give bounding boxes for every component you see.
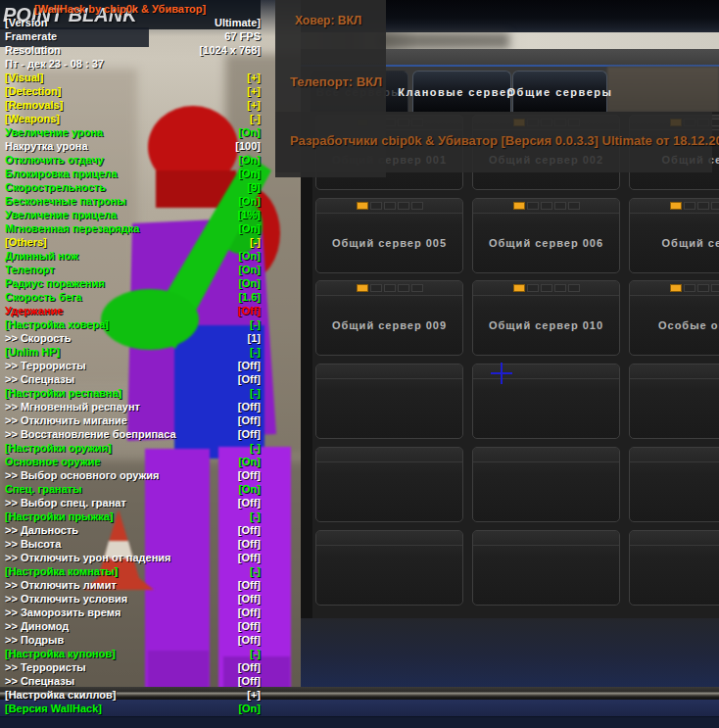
server-card-header — [316, 281, 462, 296]
menu-row-label: Framerate — [5, 29, 57, 43]
menu-row-value: [-] — [250, 345, 261, 359]
cheat-menu-row[interactable]: Framerate67 FPS — [5, 29, 261, 43]
cheat-menu-row[interactable]: >> Дальность[Off] — [5, 523, 261, 537]
cheat-menu-row[interactable]: >> Мгновенный респаунт[Off] — [5, 400, 261, 413]
cheat-menu-row[interactable]: [Настройка ховера][-] — [5, 317, 261, 331]
server-card[interactable]: Общий сервер 010 — [472, 280, 620, 356]
cheat-menu-row[interactable]: Скорострельность[9] — [5, 180, 261, 194]
menu-row-value: [+] — [247, 688, 261, 702]
cheat-menu-row[interactable]: [Detection][+] — [5, 84, 261, 98]
cheat-menu-row[interactable]: >> Отключить условия[Off] — [5, 592, 261, 606]
server-card[interactable] — [315, 530, 463, 606]
menu-row-value: [+] — [247, 84, 261, 98]
cheat-menu-row[interactable]: [VersionUltimate] — [5, 16, 261, 29]
cheat-menu-row[interactable]: Увеличение урона[On] — [5, 125, 261, 139]
cheat-menu-row[interactable]: >> Диномод[Off] — [5, 619, 261, 633]
menu-row-label: >> Террористы — [5, 660, 86, 674]
cheat-menu-row[interactable]: [Weapons][-] — [5, 112, 261, 125]
cheat-menu-row[interactable]: Накрутка урона[100] — [5, 139, 261, 153]
server-card[interactable]: Общий серве — [629, 198, 719, 273]
server-card[interactable]: Общий сервер 006 — [472, 198, 620, 273]
server-tab-3[interactable]: Общие серверы — [512, 71, 607, 112]
menu-row-value: [+] — [247, 98, 261, 112]
server-load-indicator — [670, 284, 719, 292]
cheat-menu-title[interactable]: [WallHack by cbip0k & Убиватор] — [5, 2, 261, 16]
server-card[interactable] — [315, 364, 463, 439]
cheat-menu-row[interactable]: [Настройка комнаты][-] — [5, 564, 261, 578]
cheat-menu-row[interactable]: Бесконечные патроны[On] — [5, 194, 261, 208]
cheat-menu-row[interactable]: >> Выбор основного оружия[Off] — [5, 468, 261, 482]
indicator-segment — [513, 284, 525, 292]
menu-row-label: >> Диномод — [5, 619, 69, 633]
server-card[interactable] — [629, 447, 719, 522]
cheat-menu-row[interactable]: >> Спецназы[Off] — [5, 674, 261, 688]
cheat-menu-row[interactable]: Скорость бега[1.6] — [5, 290, 261, 304]
cheat-menu-row[interactable]: >> Выбор спец. гранат[Off] — [5, 496, 261, 510]
cheat-menu-row[interactable]: Отключить отдачу[On] — [5, 153, 261, 167]
cheat-menu-row[interactable]: Основное оружие[On] — [5, 455, 261, 468]
server-card[interactable] — [629, 530, 719, 606]
server-card[interactable] — [315, 447, 463, 522]
server-card-header — [473, 199, 619, 214]
menu-row-label: >> Мгновенный респаунт — [5, 400, 140, 413]
cheat-menu-row[interactable]: [Others][-] — [5, 235, 261, 249]
server-card-name — [473, 379, 619, 438]
cheat-menu-row[interactable]: [Visual][+] — [5, 71, 261, 84]
cheat-menu-row[interactable]: [Настройка купонов][-] — [5, 647, 261, 660]
cheat-menu-row[interactable]: Радиус поражения[On] — [5, 276, 261, 290]
menu-row-value: [1.6] — [238, 290, 261, 304]
server-card-header — [630, 531, 719, 546]
indicator-segment — [554, 284, 566, 292]
menu-row-value: [On] — [238, 276, 261, 290]
menu-row-label: [Настройки оружия] — [5, 441, 112, 455]
cheat-menu-row[interactable]: [Настройки оружия][-] — [5, 441, 261, 455]
server-card-name: Общий сервер 010 — [473, 296, 619, 355]
server-card[interactable]: Особые опера — [629, 280, 719, 356]
cheat-menu-row[interactable]: Спец. гранаты[On] — [5, 482, 261, 496]
cheat-menu-row[interactable]: >> Скорость[1] — [5, 331, 261, 345]
menu-row-value: [Off] — [238, 359, 261, 372]
cheat-menu-row[interactable]: Пт - дек 23 - 08 : 37 — [5, 57, 261, 71]
cheat-menu-row[interactable]: [Unlim HP][-] — [5, 345, 261, 359]
server-card[interactable] — [629, 364, 719, 439]
server-card[interactable] — [472, 530, 620, 606]
server-load-indicator — [670, 202, 719, 210]
cheat-menu-row[interactable]: [Версия WallHack][On] — [5, 702, 261, 715]
cheat-menu-row[interactable]: >> Террористы[Off] — [5, 660, 261, 674]
cheat-menu-row[interactable]: Телепорт[On] — [5, 263, 261, 276]
menu-row-label: Resolution — [5, 43, 61, 57]
menu-row-value: [Off] — [238, 523, 261, 537]
cheat-menu-row[interactable]: >> Отключить лимит[Off] — [5, 578, 261, 592]
server-card[interactable]: Общий сервер 009 — [315, 280, 463, 356]
server-tab-2[interactable]: Клановые серверы — [412, 71, 511, 112]
cheat-menu-row[interactable]: >> Высота[Off] — [5, 537, 261, 551]
cheat-menu-row[interactable]: >> Спецназы[Off] — [5, 372, 261, 386]
cheat-menu-row[interactable]: >> Отключить мигание[Off] — [5, 413, 261, 427]
cheat-menu-row[interactable]: >> Заморозить время[Off] — [5, 606, 261, 619]
cheat-menu-row[interactable]: Мгновенная перезарядка[On] — [5, 221, 261, 235]
menu-row-label: Бесконечные патроны — [5, 194, 126, 208]
menu-row-label: >> Отключить урон от падения — [5, 551, 171, 564]
menu-row-value: [-] — [250, 386, 261, 400]
menu-row-label: [Unlim HP] — [5, 345, 60, 359]
menu-row-label: [Настройка скиллов] — [5, 688, 116, 702]
cheat-menu-row[interactable]: Увеличение прицела[1%] — [5, 208, 261, 221]
menu-row-value: [100] — [235, 139, 261, 153]
cheat-menu-row[interactable]: Длинный нож[On] — [5, 249, 261, 263]
cheat-menu-row[interactable]: [Removals][+] — [5, 98, 261, 112]
menu-row-label: [Version — [5, 16, 47, 29]
server-card[interactable] — [472, 447, 620, 522]
server-card[interactable]: Общий сервер 005 — [315, 198, 463, 273]
cheat-menu-row[interactable]: >> Террористы[Off] — [5, 359, 261, 372]
cheat-menu-row[interactable]: Resolution[1024 x 768] — [5, 43, 261, 57]
menu-row-value: [-] — [250, 647, 261, 660]
cheat-menu-row[interactable]: >> Восстановление боеприпаса[Off] — [5, 427, 261, 441]
cheat-menu-row[interactable]: >> Отключить урон от падения[Off] — [5, 551, 261, 564]
cheat-menu-row[interactable]: Блокировка прицела[On] — [5, 167, 261, 180]
cheat-menu-row[interactable]: [Настройки респавна][-] — [5, 386, 261, 400]
cheat-menu-row[interactable]: [Настройка скиллов][+] — [5, 688, 261, 702]
cheat-menu-row[interactable]: Удержание[Off] — [5, 304, 261, 317]
indicator-segment — [684, 284, 695, 292]
cheat-menu-row[interactable]: >> Подрыв[Off] — [5, 633, 261, 647]
cheat-menu-row[interactable]: [Настройки прыжка][-] — [5, 510, 261, 523]
